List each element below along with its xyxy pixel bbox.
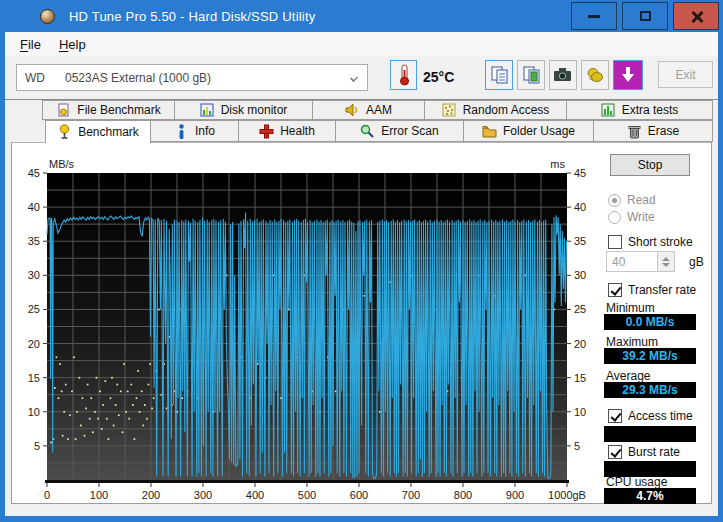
svg-text:30: 30 [28,269,40,281]
svg-text:5: 5 [34,440,40,452]
svg-text:0: 0 [44,489,50,501]
health-cross-icon [259,124,274,139]
tab-row-primary: Benchmark Info Health Error Scan Folder … [45,120,713,142]
burst-rate-checkbox[interactable] [608,445,622,459]
app-window: HD Tune Pro 5.50 - Hard Disk/SSD Utility… [0,0,723,522]
temperature-value: 25°C [423,69,454,85]
write-radio[interactable] [608,211,621,224]
maximum-value: 39.2 MB/s [604,348,696,364]
svg-text:40: 40 [574,201,586,213]
burst-rate-label: Burst rate [628,445,680,459]
tab-error-scan[interactable]: Error Scan [336,120,464,142]
short-stroke-row: Short stroke [608,235,693,249]
svg-text:20: 20 [28,338,40,350]
svg-text:900: 900 [506,489,524,501]
hand-button[interactable] [581,60,609,90]
svg-text:5: 5 [574,440,580,452]
svg-text:15: 15 [574,372,586,384]
minimize-button[interactable] [571,2,617,30]
cpu-usage-label: CPU usage [606,475,667,489]
tab-random-access[interactable]: Random Access [425,100,567,120]
transfer-rate-row: Transfer rate [608,283,696,297]
minimum-label: Minimum [606,301,655,315]
svg-text:45: 45 [574,167,586,179]
maximize-icon [640,11,651,21]
info-icon [174,124,189,139]
read-label: Read [627,193,656,207]
tab-folder-usage[interactable]: Folder Usage [464,120,594,142]
short-stroke-unit: gB [689,255,704,269]
menu-help[interactable]: Help [50,32,95,56]
copy-text-button[interactable] [485,60,513,90]
svg-text:600: 600 [350,489,368,501]
minimum-value: 0.0 MB/s [604,314,696,330]
drive-select[interactable]: WD 0523AS External (1000 gB) [16,64,368,91]
short-stroke-checkbox[interactable] [608,235,622,249]
panel-divider [593,151,594,497]
divider [602,230,706,231]
exit-button[interactable]: Exit [658,61,713,88]
tab-erase[interactable]: Erase [594,120,713,142]
thermometer-icon [398,64,410,86]
average-label: Average [606,369,650,383]
svg-text:10: 10 [574,406,586,418]
copy-image-icon [522,66,541,85]
benchmark-icon [57,125,72,140]
access-time-value [604,426,696,442]
menu-file[interactable]: File [11,32,50,56]
disk-monitor-icon [200,103,215,118]
svg-text:MB/s: MB/s [49,158,75,170]
benchmark-page: 4545404035353030252520201515101055010020… [11,142,712,504]
file-benchmark-icon [56,103,71,118]
transfer-rate-checkbox[interactable] [608,283,622,297]
drive-model: 0523AS External (1000 gB) [65,71,211,85]
temperature-button[interactable] [390,60,417,90]
toolbar: WD 0523AS External (1000 gB) 25°C [5,56,718,99]
download-button[interactable] [613,60,643,90]
short-stroke-label: Short stroke [628,235,693,249]
tab-disk-monitor[interactable]: Disk monitor [175,100,313,120]
tab-aam[interactable]: AAM [313,100,425,120]
short-stroke-stepper[interactable] [658,251,675,272]
maximize-button[interactable] [622,2,668,30]
random-access-icon [442,103,457,118]
extra-tests-icon [601,103,616,118]
svg-text:20: 20 [574,338,586,350]
spin-up-icon[interactable] [662,257,670,261]
svg-text:25: 25 [28,303,40,315]
download-arrow-icon [623,67,633,83]
svg-text:10: 10 [28,406,40,418]
svg-text:30: 30 [574,269,586,281]
close-button[interactable] [673,2,719,30]
spin-down-icon[interactable] [662,263,670,267]
stop-button[interactable]: Stop [610,154,690,176]
copy-image-button[interactable] [517,60,545,90]
minimize-icon [588,15,600,18]
close-icon [690,10,703,23]
access-time-checkbox[interactable] [608,409,622,423]
read-radio[interactable] [608,194,621,207]
maximum-label: Maximum [606,335,658,349]
camera-button[interactable] [549,60,577,90]
svg-text:100: 100 [90,489,108,501]
svg-text:700: 700 [402,489,420,501]
divider [602,403,706,404]
short-stroke-size-row: 40 gB [606,251,704,272]
svg-text:40: 40 [28,201,40,213]
access-time-row: Access time [608,409,693,423]
cpu-usage-value: 4.7% [604,488,696,504]
tab-file-benchmark[interactable]: File Benchmark [42,100,175,120]
svg-text:35: 35 [28,235,40,247]
svg-text:15: 15 [28,372,40,384]
tab-extra-tests[interactable]: Extra tests [567,100,713,120]
tab-health[interactable]: Health [239,120,336,142]
svg-text:35: 35 [574,235,586,247]
menu-bar: File Help [5,32,718,56]
access-time-label: Access time [628,409,693,423]
short-stroke-size-field[interactable]: 40 [606,251,658,272]
client-area: File Help WD 0523AS External (1000 gB) 2… [5,32,718,516]
hand-icon [585,66,605,84]
tab-info[interactable]: Info [151,120,239,142]
write-radio-row: Write [608,210,655,224]
tab-benchmark[interactable]: Benchmark [45,120,151,143]
